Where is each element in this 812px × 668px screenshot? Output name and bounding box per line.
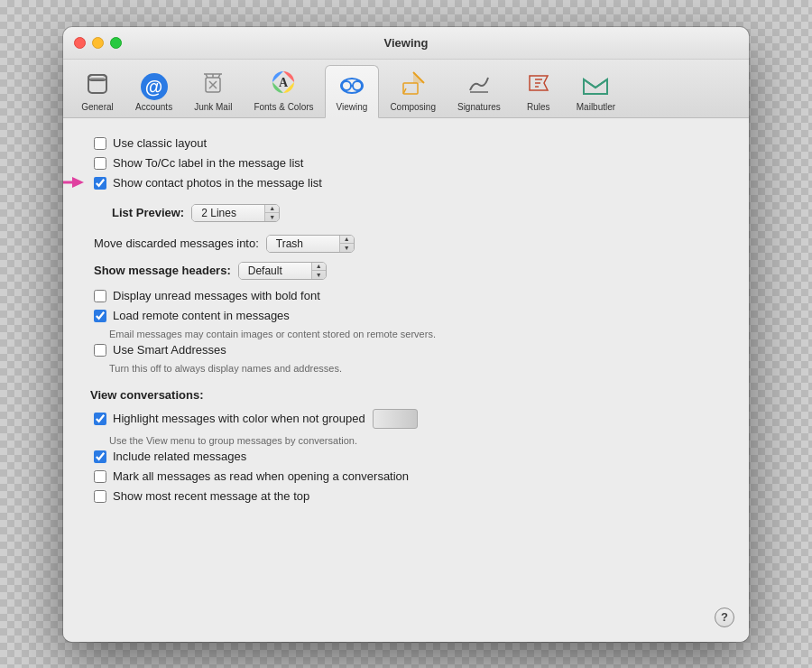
zoom-button[interactable] bbox=[110, 37, 122, 49]
smart-addresses-group: Use Smart Addresses Turn this off to alw… bbox=[90, 343, 722, 374]
load-remote-row: Load remote content in messages bbox=[90, 309, 722, 322]
show-headers-value[interactable]: Default bbox=[239, 263, 311, 279]
display-unread-row: Display unread messages with bold font bbox=[90, 289, 722, 302]
list-preview-up-arrow[interactable]: ▲ bbox=[265, 205, 279, 214]
highlight-color-group: Highlight messages with color when not g… bbox=[90, 409, 722, 446]
recent-top-checkbox[interactable] bbox=[94, 490, 106, 503]
move-discarded-row: Move discarded messages into: Trash ▲ ▼ bbox=[90, 235, 722, 253]
highlight-color-row: Highlight messages with color when not g… bbox=[90, 409, 722, 429]
accounts-icon: @ bbox=[141, 73, 168, 100]
list-preview-select[interactable]: 2 Lines ▲ ▼ bbox=[191, 204, 280, 222]
display-unread-label[interactable]: Display unread messages with bold font bbox=[113, 289, 320, 302]
mark-read-checkbox[interactable] bbox=[94, 470, 106, 483]
toolbar-label-rules: Rules bbox=[527, 102, 550, 112]
svg-text:A: A bbox=[279, 76, 289, 89]
show-tocc-label[interactable]: Show To/Cc label in the message list bbox=[113, 156, 303, 170]
mark-read-label[interactable]: Mark all messages as read when opening a… bbox=[113, 469, 409, 483]
list-preview-row: List Preview: 2 Lines ▲ ▼ bbox=[108, 204, 722, 222]
include-related-checkbox[interactable] bbox=[94, 450, 106, 463]
close-button[interactable] bbox=[74, 37, 86, 49]
general-icon bbox=[85, 71, 110, 100]
show-tocc-row: Show To/Cc label in the message list bbox=[90, 156, 722, 170]
toolbar-label-fonts-colors: Fonts & Colors bbox=[254, 102, 313, 112]
smart-addresses-sublabel: Turn this off to always display names an… bbox=[109, 363, 722, 374]
toolbar-item-rules[interactable]: Rules bbox=[512, 65, 566, 117]
toolbar-item-viewing[interactable]: Viewing bbox=[325, 65, 380, 118]
toolbar-label-viewing: Viewing bbox=[337, 102, 368, 112]
show-headers-select[interactable]: Default ▲ ▼ bbox=[238, 262, 327, 280]
show-photos-label[interactable]: Show contact photos in the message list bbox=[113, 176, 322, 190]
basic-settings-section: Use classic layout Show To/Cc label in t… bbox=[90, 136, 722, 190]
list-preview-down-arrow[interactable]: ▼ bbox=[265, 213, 279, 221]
composing-icon bbox=[401, 70, 426, 100]
move-discarded-value[interactable]: Trash bbox=[267, 236, 339, 252]
svg-point-13 bbox=[342, 81, 351, 90]
display-unread-checkbox[interactable] bbox=[94, 290, 106, 302]
junk-mail-icon bbox=[200, 70, 226, 100]
toolbar-label-composing: Composing bbox=[390, 102, 436, 112]
toolbar-label-general: General bbox=[81, 102, 114, 112]
show-headers-down-arrow[interactable]: ▼ bbox=[312, 271, 326, 279]
move-discarded-down-arrow[interactable]: ▼ bbox=[340, 244, 354, 252]
toolbar: General @ Accounts Junk Mail bbox=[63, 60, 749, 118]
toolbar-label-signatures: Signatures bbox=[457, 102, 501, 112]
toolbar-label-mailbutler: Mailbutler bbox=[577, 102, 615, 112]
minimize-button[interactable] bbox=[92, 37, 104, 49]
svg-point-14 bbox=[353, 81, 362, 90]
smart-addresses-checkbox[interactable] bbox=[94, 344, 106, 357]
classic-layout-checkbox[interactable] bbox=[94, 137, 106, 150]
toolbar-item-signatures[interactable]: Signatures bbox=[447, 65, 512, 117]
list-preview-label: List Preview: bbox=[112, 206, 184, 219]
show-headers-row: Show message headers: Default ▲ ▼ bbox=[90, 262, 722, 280]
toolbar-item-general[interactable]: General bbox=[70, 65, 125, 117]
toolbar-label-junk-mail: Junk Mail bbox=[194, 102, 232, 112]
highlight-color-checkbox[interactable] bbox=[94, 413, 106, 425]
smart-addresses-label[interactable]: Use Smart Addresses bbox=[113, 343, 226, 357]
more-settings-section: Display unread messages with bold font L… bbox=[90, 289, 722, 374]
show-photos-checkbox[interactable] bbox=[94, 177, 106, 190]
traffic-lights bbox=[74, 37, 122, 49]
toolbar-item-mailbutler[interactable]: Mailbutler bbox=[566, 65, 626, 117]
fonts-colors-icon: A bbox=[270, 69, 297, 100]
toolbar-item-composing[interactable]: Composing bbox=[379, 65, 447, 117]
classic-layout-label[interactable]: Use classic layout bbox=[113, 136, 207, 150]
show-headers-up-arrow[interactable]: ▲ bbox=[312, 263, 326, 272]
show-headers-label: Show message headers: bbox=[94, 264, 231, 277]
show-photos-row: Show contact photos in the message list bbox=[90, 176, 722, 190]
show-tocc-checkbox[interactable] bbox=[94, 157, 106, 170]
viewing-icon bbox=[338, 75, 365, 100]
load-remote-label[interactable]: Load remote content in messages bbox=[113, 309, 290, 322]
classic-layout-row: Use classic layout bbox=[90, 136, 722, 150]
svg-marker-24 bbox=[72, 177, 84, 188]
main-window: Viewing General @ Accounts bbox=[63, 27, 749, 642]
rules-icon bbox=[526, 70, 551, 100]
show-headers-arrows[interactable]: ▲ ▼ bbox=[311, 263, 326, 279]
title-bar: Viewing bbox=[63, 27, 749, 60]
load-remote-group: Load remote content in messages Email me… bbox=[90, 309, 722, 339]
highlight-color-sublabel: Use the View menu to group messages by c… bbox=[109, 435, 722, 446]
move-discarded-arrows[interactable]: ▲ ▼ bbox=[339, 236, 354, 252]
highlight-color-label[interactable]: Highlight messages with color when not g… bbox=[113, 412, 365, 425]
mailbutler-icon bbox=[582, 74, 609, 100]
toolbar-item-fonts-colors[interactable]: A Fonts & Colors bbox=[243, 65, 324, 117]
include-related-row: Include related messages bbox=[90, 450, 722, 463]
toolbar-item-junk-mail[interactable]: Junk Mail bbox=[183, 65, 243, 117]
toolbar-item-accounts[interactable]: @ Accounts bbox=[125, 65, 183, 117]
include-related-label[interactable]: Include related messages bbox=[113, 450, 246, 463]
view-conversations-header: View conversations: bbox=[90, 388, 722, 402]
help-button[interactable]: ? bbox=[715, 608, 734, 627]
recent-top-row: Show most recent message at the top bbox=[90, 489, 722, 503]
move-discarded-select[interactable]: Trash ▲ ▼ bbox=[266, 235, 355, 253]
color-swatch[interactable] bbox=[373, 409, 418, 429]
recent-top-label[interactable]: Show most recent message at the top bbox=[113, 489, 309, 503]
load-remote-checkbox[interactable] bbox=[94, 310, 106, 322]
smart-addresses-row: Use Smart Addresses bbox=[90, 343, 722, 357]
move-discarded-up-arrow[interactable]: ▲ bbox=[340, 236, 354, 245]
svg-rect-2 bbox=[90, 78, 105, 79]
toolbar-label-accounts: Accounts bbox=[135, 102, 172, 112]
mark-read-row: Mark all messages as read when opening a… bbox=[90, 469, 722, 483]
load-remote-sublabel: Email messages may contain images or con… bbox=[109, 329, 722, 339]
list-preview-value[interactable]: 2 Lines bbox=[192, 205, 264, 221]
list-preview-arrows[interactable]: ▲ ▼ bbox=[264, 205, 279, 221]
arrow-indicator bbox=[63, 173, 84, 191]
